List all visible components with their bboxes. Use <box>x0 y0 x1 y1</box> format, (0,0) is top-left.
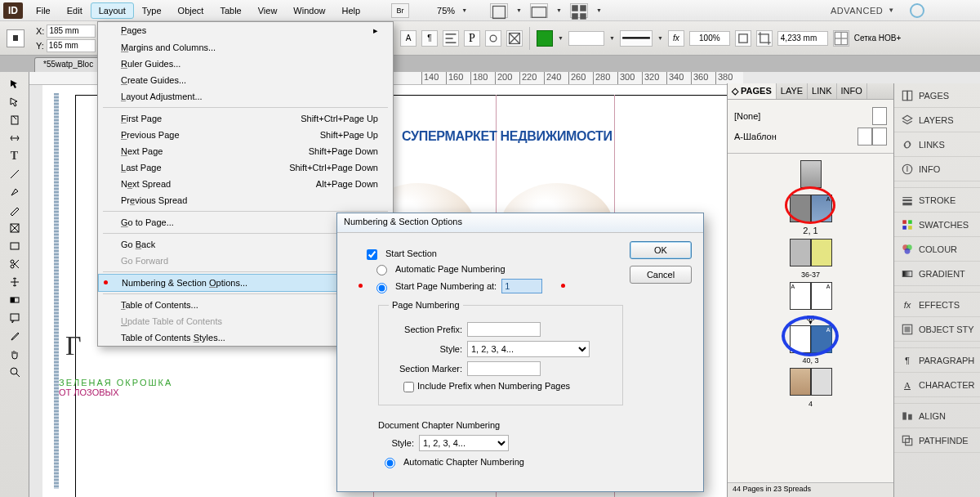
pencil-tool-icon[interactable] <box>7 203 22 217</box>
transform-tool-icon[interactable] <box>7 275 22 289</box>
doc-tab[interactable]: *55watp_Bloc <box>34 57 102 72</box>
menu-next-page[interactable]: Next PageShift+Page Down <box>98 143 393 159</box>
spread[interactable]: A <box>790 195 832 222</box>
panel-stroke[interactable]: STROKE <box>894 188 980 213</box>
include-prefix-checkbox[interactable] <box>403 382 414 392</box>
panel-swatches[interactable]: SWATCHES <box>894 213 980 237</box>
panel-object-styles[interactable]: OBJECT STY <box>894 317 980 342</box>
page-tool-icon[interactable] <box>7 113 22 128</box>
p-icon[interactable]: P <box>464 30 480 47</box>
spread[interactable]: A A <box>790 282 832 310</box>
panel-align[interactable]: ALIGN <box>894 404 980 428</box>
opacity-field[interactable]: 100% <box>689 31 730 46</box>
layers-tab[interactable]: LAYE <box>777 83 808 99</box>
panel-links[interactable]: LINKS <box>894 132 980 157</box>
x-field[interactable] <box>47 25 96 38</box>
screen-mode-icon[interactable] <box>530 3 548 18</box>
start-section-checkbox[interactable] <box>367 249 377 260</box>
spread[interactable] <box>790 239 832 266</box>
bridge-icon[interactable]: Br <box>391 3 409 18</box>
link-icon[interactable] <box>485 30 501 47</box>
chapter-style-select[interactable]: 1, 2, 3, 4... <box>419 435 509 451</box>
arrange-icon[interactable] <box>570 3 588 18</box>
search-icon[interactable] <box>910 3 924 18</box>
align-icon[interactable] <box>443 30 459 47</box>
style-select[interactable]: 1, 2, 3, 4... <box>467 341 590 357</box>
hand-tool-icon[interactable] <box>7 347 22 361</box>
start-at-field[interactable] <box>501 279 542 293</box>
menu-file[interactable]: File <box>28 2 59 19</box>
menu-last-page[interactable]: Last PageShift+Ctrl+Page Down <box>98 159 393 176</box>
menu-first-page[interactable]: First PageShift+Ctrl+Page Up <box>98 110 393 127</box>
auto-numbering-radio[interactable] <box>376 265 387 275</box>
direct-select-tool-icon[interactable] <box>7 95 22 110</box>
para-icon[interactable]: ¶ <box>421 30 438 47</box>
workspace-switcher[interactable]: ADVANCED▼ <box>831 6 895 16</box>
stroke-weight-field[interactable] <box>568 31 604 46</box>
crop-icon[interactable] <box>756 30 773 47</box>
menu-type[interactable]: Type <box>134 2 170 19</box>
info-tab[interactable]: INFO <box>837 83 867 99</box>
menu-ruler-guides[interactable]: Ruler Guides... <box>98 56 393 72</box>
zoom-tool-icon[interactable] <box>7 365 22 379</box>
menu-window[interactable]: Window <box>285 2 333 19</box>
menu-previous-spread[interactable]: Previous Spread <box>98 192 393 208</box>
menu-help[interactable]: Help <box>333 2 368 19</box>
panel-layers[interactable]: LAYERS <box>894 108 980 132</box>
panel-effects[interactable]: fxEFFECTS <box>894 293 980 317</box>
stroke-style-icon[interactable] <box>620 30 653 47</box>
master-a[interactable]: A-Шаблон <box>734 128 887 146</box>
fx-icon[interactable]: fx <box>668 30 684 47</box>
section-prefix-field[interactable] <box>467 322 541 337</box>
view-mode-icon[interactable] <box>490 3 508 18</box>
eyedropper-tool-icon[interactable] <box>7 329 22 343</box>
menu-next-spread[interactable]: Next SpreadAlt+Page Down <box>98 176 393 192</box>
ref-point-icon[interactable] <box>7 29 24 47</box>
panel-info[interactable]: iINFO <box>894 157 980 181</box>
rect-tool-icon[interactable] <box>7 239 22 253</box>
gap-tool-icon[interactable] <box>7 131 22 146</box>
menu-table[interactable]: Table <box>212 2 249 19</box>
panel-colour[interactable]: COLOUR <box>894 237 980 262</box>
menu-margins-columns[interactable]: Margins and Columns... <box>98 39 393 56</box>
menu-create-guides[interactable]: Create Guides... <box>98 72 393 88</box>
panel-paragraph[interactable]: ¶PARAGRAPH <box>894 348 980 373</box>
spread[interactable]: A <box>790 325 832 353</box>
spread[interactable] <box>800 160 822 188</box>
menu-layout-adjustment[interactable]: Layout Adjustment... <box>98 88 393 105</box>
menu-layout[interactable]: Layout <box>91 2 134 19</box>
menu-previous-page[interactable]: Previous PageShift+Page Up <box>98 127 393 143</box>
wrap-icon[interactable] <box>735 30 751 47</box>
char-icon[interactable]: A <box>400 30 416 47</box>
zoom-selector[interactable]: 75%▼ <box>434 6 470 16</box>
selection-tool-icon[interactable] <box>7 77 22 92</box>
links-tab[interactable]: LINK <box>808 83 836 99</box>
menu-pages[interactable]: Pages▸ <box>98 22 393 39</box>
spread[interactable] <box>790 368 832 396</box>
pages-tab[interactable]: ◇ PAGES <box>728 83 777 99</box>
ok-button[interactable]: OK <box>630 241 692 259</box>
page-thumbnails[interactable]: A 2, 1 36-37 A A 38 ▼ A 40, 3 4 <box>728 154 893 497</box>
grid-label[interactable]: Сетка НОВ+ <box>854 34 901 43</box>
master-none[interactable]: [None] <box>734 107 887 125</box>
type-tool-icon[interactable]: T <box>7 149 22 163</box>
pen-tool-icon[interactable] <box>7 185 22 199</box>
note-tool-icon[interactable] <box>7 311 22 325</box>
fill-icon[interactable] <box>537 30 553 47</box>
menu-edit[interactable]: Edit <box>59 2 91 19</box>
line-tool-icon[interactable] <box>7 167 22 181</box>
section-marker-field[interactable] <box>467 361 541 376</box>
panel-pathfinder[interactable]: PATHFINDE <box>894 428 980 453</box>
menu-view[interactable]: View <box>250 2 286 19</box>
start-at-radio[interactable] <box>376 283 387 293</box>
frame-tool-icon[interactable] <box>7 221 22 235</box>
grid-icon[interactable] <box>833 30 849 47</box>
frame-icon[interactable] <box>506 30 523 47</box>
scissors-tool-icon[interactable] <box>7 257 22 271</box>
auto-chapter-radio[interactable] <box>385 458 395 468</box>
gradient-tool-icon[interactable] <box>7 293 22 307</box>
panel-gradient[interactable]: GRADIENT <box>894 262 980 286</box>
panel-character[interactable]: ACHARACTER <box>894 373 980 397</box>
y-field[interactable] <box>47 39 96 52</box>
measure-field[interactable]: 4,233 mm <box>777 31 828 46</box>
